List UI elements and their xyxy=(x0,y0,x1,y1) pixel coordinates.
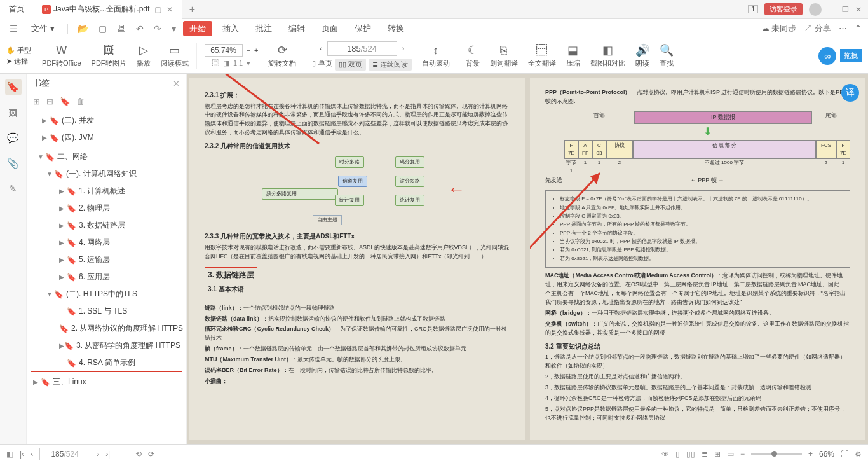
minimize-icon[interactable]: — xyxy=(828,5,836,14)
more-icon[interactable]: ⋯ xyxy=(839,24,847,33)
tab-insert[interactable]: 插入 xyxy=(216,21,245,36)
save-icon[interactable]: ▢ xyxy=(95,22,110,36)
fit-page-icon[interactable]: ◨ xyxy=(223,59,229,67)
tab-home[interactable]: 首页 xyxy=(0,0,33,19)
print-icon[interactable]: 🖶 xyxy=(114,22,129,36)
fit-width-icon[interactable]: ⿴ xyxy=(212,59,219,67)
bookmark-item[interactable]: ▶🔖3. 从密码学的角度理解 HTTPS xyxy=(31,337,182,354)
bookmark-item[interactable]: ▶🔖(四). JVM xyxy=(27,129,186,146)
actual-size-icon[interactable]: 1:1 xyxy=(233,59,243,67)
close-panel-icon[interactable]: ✕ xyxy=(173,79,180,88)
close-tab-icon[interactable]: ✕ xyxy=(166,5,173,14)
zoom-out-icon[interactable]: − xyxy=(740,450,745,459)
view4-icon[interactable]: ⊞ xyxy=(714,450,721,459)
auto-scroll[interactable]: ↕自动滚动 xyxy=(417,39,455,73)
bm-expand-icon[interactable]: ⊞ xyxy=(33,97,40,106)
new-tab-button[interactable]: + xyxy=(182,4,201,15)
zoom-percent[interactable]: 66% xyxy=(819,450,834,459)
rail-comment-icon[interactable]: 💬 xyxy=(5,130,22,146)
bookmark-item[interactable]: ▶🔖4. 网络层 xyxy=(31,234,182,251)
close-icon[interactable]: ✕ xyxy=(855,5,862,14)
view1-icon[interactable]: ▯ xyxy=(675,450,680,459)
dropdown-icon[interactable]: ▾ xyxy=(168,22,179,36)
zoom-in-icon[interactable]: + xyxy=(254,46,258,54)
bookmark-item[interactable]: ▼🔖二、网络 xyxy=(31,148,182,165)
sidebar-toggle-icon[interactable]: ◧ xyxy=(6,450,13,459)
zoom-value[interactable]: 65.74% xyxy=(205,44,243,57)
tab-edit[interactable]: 编辑 xyxy=(282,21,311,36)
share-button[interactable]: ↗ 分享 xyxy=(804,23,831,34)
bookmark-item[interactable]: ▶🔖5. 运输层 xyxy=(31,251,182,268)
pdf-to-image[interactable]: 🖼PDF转图片 xyxy=(86,39,132,73)
settings-gear-icon[interactable]: ⚙ xyxy=(855,450,862,459)
tab-popout-icon[interactable]: ▢ xyxy=(154,5,161,14)
bookmark-item[interactable]: 🔖2. 从网络协议的角度理解 HTTPS xyxy=(31,320,182,337)
bookmark-item[interactable]: ▶🔖2. 物理层 xyxy=(31,200,182,217)
rotate-right-icon[interactable]: ⟳ xyxy=(148,450,154,459)
bm-del-icon[interactable]: 🗑 xyxy=(76,97,85,106)
first-page-icon[interactable]: |‹ xyxy=(20,450,24,459)
compress[interactable]: ⬓压缩 xyxy=(561,39,585,73)
view2-icon[interactable]: ▯▯ xyxy=(686,450,695,459)
read-mode[interactable]: ▭阅读模式 xyxy=(156,39,194,73)
prev-page-icon[interactable]: ‹ xyxy=(31,450,33,459)
rail-sign-icon[interactable]: ✎ xyxy=(5,181,22,197)
bookmark-item[interactable]: 🔖1. SSL 与 TLS xyxy=(31,303,182,320)
bookmark-item[interactable]: ▶🔖三、Linux xyxy=(27,373,186,390)
more-zoom-icon[interactable]: ▾ xyxy=(247,59,250,67)
tab-convert[interactable]: 转换 xyxy=(381,21,410,36)
bookmark-item[interactable]: ▶🔖6. 应用层 xyxy=(31,268,182,286)
tab-annotate[interactable]: 批注 xyxy=(249,21,278,36)
rail-attach-icon[interactable]: 📎 xyxy=(5,155,22,172)
rotate-left-icon[interactable]: ⟲ xyxy=(135,450,142,459)
file-menu[interactable]: 文件 ▾ xyxy=(25,21,61,36)
view3-icon[interactable]: ≣ xyxy=(702,450,708,459)
restore-icon[interactable]: ❐ xyxy=(842,5,849,14)
tab-page[interactable]: 页面 xyxy=(315,21,344,36)
fullscreen-icon[interactable]: ⛶ xyxy=(841,450,848,459)
zoom-out-icon[interactable]: − xyxy=(247,46,250,54)
single-page[interactable]: ▯ 单页 xyxy=(312,59,332,71)
undo-icon[interactable]: ↶ xyxy=(133,22,147,36)
next-page-icon[interactable]: › xyxy=(402,45,405,52)
eye-icon[interactable]: 👁 xyxy=(661,450,669,459)
zoom-in-icon[interactable]: + xyxy=(808,450,813,459)
bookmark-item[interactable]: ▶🔖(三). 并发 xyxy=(27,112,186,129)
bookmark-item[interactable]: ▼🔖(二). HTTPS中的TLS xyxy=(31,286,182,303)
prev-page-icon[interactable]: ‹ xyxy=(320,45,322,52)
find[interactable]: 🔍查找 xyxy=(654,39,679,73)
translate-fab-icon[interactable]: 译 xyxy=(841,84,859,102)
tab-file[interactable]: P Java中高级核...全面解析.pdf ▢ ✕ xyxy=(33,0,182,19)
unsync-button[interactable]: ☁ 未同步 xyxy=(761,23,797,34)
double-page[interactable]: ▯▯ 双页 xyxy=(335,59,366,71)
tab-start[interactable]: 开始 xyxy=(183,21,212,36)
status-page-input[interactable]: 185/524 xyxy=(39,448,90,460)
view5-icon[interactable]: ▭ xyxy=(727,450,734,459)
bookmark-item[interactable]: ▶🔖3. 数据链路层 xyxy=(31,217,182,234)
rail-thumbnail-icon[interactable]: 🖼 xyxy=(5,104,22,121)
next-page-icon[interactable]: › xyxy=(97,450,99,459)
continuous-read[interactable]: ≣ 连续阅读 xyxy=(369,59,412,71)
bm-collapse-icon[interactable]: ⊟ xyxy=(46,97,53,106)
bookmark-item[interactable]: ▼🔖(一). 计算机网络知识 xyxy=(31,165,182,183)
select-tool[interactable]: ➤ 选择 xyxy=(6,57,31,66)
rail-bookmark-icon[interactable]: 🔖 xyxy=(5,79,22,95)
sel-translate[interactable]: ⎘划词翻译 xyxy=(485,39,523,73)
open-icon[interactable]: 📂 xyxy=(74,22,92,36)
collapse-ribbon-icon[interactable]: ⌃ xyxy=(855,24,862,33)
zoom-slider[interactable] xyxy=(751,453,802,455)
notify-badge[interactable]: 1 xyxy=(748,5,758,13)
read-aloud[interactable]: 🔊朗读 xyxy=(630,39,654,73)
bookmark-item[interactable]: 🔖4. RSA 简单示例 xyxy=(31,354,182,371)
login-button[interactable]: 访客登录 xyxy=(764,3,803,15)
background[interactable]: ☾背景 xyxy=(461,39,485,73)
crop-compare[interactable]: ◧截图和对比 xyxy=(585,39,630,73)
rotate-button[interactable]: ⟳旋转文档 xyxy=(263,39,301,73)
bookmark-item[interactable]: ▶🔖1. 计算机概述 xyxy=(31,183,182,200)
full-translate[interactable]: ⿳全文翻译 xyxy=(523,39,561,73)
pdf-to-office[interactable]: WPDF转Office xyxy=(37,39,86,73)
menu-icon[interactable]: ☰ xyxy=(6,22,21,36)
hand-tool[interactable]: ✋ 手型 xyxy=(6,46,31,55)
avatar[interactable] xyxy=(809,3,822,16)
play-button[interactable]: ▷播放 xyxy=(132,39,156,73)
